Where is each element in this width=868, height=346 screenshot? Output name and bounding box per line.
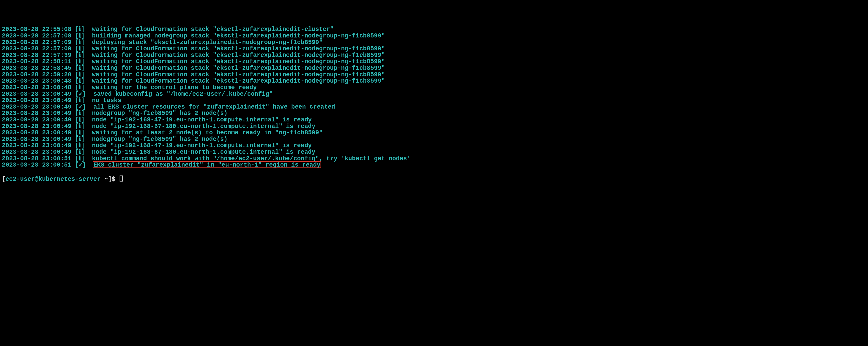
log-message: nodegroup "ng-f1cb8599" has 2 node(s) <box>92 110 228 117</box>
status-flag: [ℹ] <box>75 136 85 143</box>
log-message: waiting for the control plane to become … <box>92 84 257 91</box>
prompt-tail: ~]$ <box>101 176 119 182</box>
status-flag: [ℹ] <box>75 123 85 130</box>
log-line: 2023-08-28 22:55:08 [ℹ] waiting for Clou… <box>2 26 866 33</box>
log-message: node "ip-192-168-67-180.eu-north-1.compu… <box>92 149 315 155</box>
status-flag: [ℹ] <box>75 142 85 149</box>
timestamp: 2023-08-28 23:00:49 <box>2 123 71 130</box>
log-message: waiting for CloudFormation stack "eksctl… <box>92 45 385 52</box>
status-flag: [ℹ] <box>75 110 85 117</box>
timestamp: 2023-08-28 23:00:49 <box>2 110 71 117</box>
log-line: 2023-08-28 22:59:20 [ℹ] waiting for Clou… <box>2 72 866 78</box>
prompt-open: [ <box>2 176 5 182</box>
timestamp: 2023-08-28 22:58:45 <box>2 65 71 72</box>
log-line: 2023-08-28 22:57:09 [ℹ] deploying stack … <box>2 39 866 46</box>
prompt-host: kubernetes-server <box>38 176 101 182</box>
timestamp: 2023-08-28 22:57:08 <box>2 33 71 39</box>
log-line: 2023-08-28 22:57:08 [ℹ] building managed… <box>2 33 866 39</box>
prompt-user: ec2-user <box>5 176 35 182</box>
timestamp: 2023-08-28 23:00:49 <box>2 97 71 104</box>
log-message: waiting for at least 2 node(s) to become… <box>92 129 323 136</box>
log-message: node "ip-192-168-47-19.eu-north-1.comput… <box>92 116 312 123</box>
status-flag: [✔] <box>75 104 86 110</box>
log-line: 2023-08-28 23:00:51 [ℹ] kubectl command … <box>2 155 866 162</box>
status-flag: [ℹ] <box>75 65 85 72</box>
cursor-icon <box>120 176 123 182</box>
status-flag: [ℹ] <box>75 78 85 84</box>
log-message: EKS cluster "zufarexplainedit" in "eu-no… <box>93 162 320 168</box>
log-line: 2023-08-28 23:00:49 [ℹ] node "ip-192-168… <box>2 123 866 130</box>
log-line: 2023-08-28 23:00:49 [ℹ] node "ip-192-168… <box>2 117 866 123</box>
status-flag: [ℹ] <box>75 155 85 162</box>
terminal-output: 2023-08-28 22:55:08 [ℹ] waiting for Clou… <box>2 26 866 168</box>
prompt-at: @ <box>35 176 38 182</box>
timestamp: 2023-08-28 22:55:08 <box>2 26 71 33</box>
timestamp: 2023-08-28 23:00:51 <box>2 162 71 168</box>
status-flag: [ℹ] <box>75 33 85 39</box>
status-flag: [ℹ] <box>75 39 85 46</box>
log-message: waiting for CloudFormation stack "eksctl… <box>92 52 385 59</box>
timestamp: 2023-08-28 22:57:09 <box>2 45 71 52</box>
timestamp: 2023-08-28 23:00:49 <box>2 129 71 136</box>
log-message: node "ip-192-168-67-180.eu-north-1.compu… <box>92 123 315 130</box>
log-message: kubectl command should work with "/home/… <box>92 155 411 162</box>
status-flag: [ℹ] <box>75 26 85 33</box>
log-line: 2023-08-28 23:00:49 [ℹ] node "ip-192-168… <box>2 142 866 149</box>
log-message: waiting for CloudFormation stack "eksctl… <box>92 58 385 65</box>
log-message: waiting for CloudFormation stack "eksctl… <box>92 26 334 33</box>
log-line: 2023-08-28 23:00:49 [ℹ] waiting for at l… <box>2 130 866 136</box>
log-message: nodegroup "ng-f1cb8599" has 2 node(s) <box>92 136 228 143</box>
status-flag: [ℹ] <box>75 84 85 91</box>
timestamp: 2023-08-28 22:57:09 <box>2 39 71 46</box>
log-message: waiting for CloudFormation stack "eksctl… <box>92 71 385 78</box>
status-flag: [ℹ] <box>75 71 85 78</box>
log-line: 2023-08-28 23:00:51 [✔] EKS cluster "zuf… <box>2 162 866 168</box>
shell-prompt-line[interactable]: [ec2-user@kubernetes-server ~]$ <box>2 175 866 182</box>
log-line: 2023-08-28 23:00:48 [ℹ] waiting for Clou… <box>2 78 866 84</box>
log-message: building managed nodegroup stack "eksctl… <box>92 33 385 39</box>
status-flag: [ℹ] <box>75 149 85 155</box>
log-message: node "ip-192-168-47-19.eu-north-1.comput… <box>92 142 312 149</box>
status-flag: [✔] <box>75 162 86 168</box>
timestamp: 2023-08-28 23:00:49 <box>2 104 71 110</box>
log-line: 2023-08-28 23:00:49 [✔] saved kubeconfig… <box>2 91 866 98</box>
status-flag: [ℹ] <box>75 97 85 104</box>
timestamp: 2023-08-28 23:00:49 <box>2 91 71 98</box>
timestamp: 2023-08-28 23:00:48 <box>2 78 71 84</box>
log-line: 2023-08-28 23:00:49 [ℹ] no tasks <box>2 97 866 104</box>
log-line: 2023-08-28 23:00:48 [ℹ] waiting for the … <box>2 84 866 91</box>
timestamp: 2023-08-28 23:00:49 <box>2 149 71 155</box>
timestamp: 2023-08-28 22:58:11 <box>2 58 71 65</box>
timestamp: 2023-08-28 23:00:51 <box>2 155 71 162</box>
log-line: 2023-08-28 22:58:11 [ℹ] waiting for Clou… <box>2 59 866 65</box>
timestamp: 2023-08-28 23:00:49 <box>2 116 71 123</box>
timestamp: 2023-08-28 22:59:20 <box>2 71 71 78</box>
log-line: 2023-08-28 23:00:49 [✔] all EKS cluster … <box>2 104 866 110</box>
log-message: all EKS cluster resources for "zufarexpl… <box>93 104 335 110</box>
log-message: deploying stack "eksctl-zufarexplainedit… <box>92 39 323 46</box>
log-line: 2023-08-28 23:00:49 [ℹ] nodegroup "ng-f1… <box>2 110 866 117</box>
status-flag: [ℹ] <box>75 52 85 59</box>
status-flag: [ℹ] <box>75 129 85 136</box>
status-flag: [ℹ] <box>75 116 85 123</box>
log-message: no tasks <box>92 97 121 104</box>
status-flag: [✔] <box>75 91 86 98</box>
log-line: 2023-08-28 22:58:45 [ℹ] waiting for Clou… <box>2 65 866 72</box>
log-line: 2023-08-28 23:00:49 [ℹ] nodegroup "ng-f1… <box>2 136 866 143</box>
log-message: waiting for CloudFormation stack "eksctl… <box>92 65 385 72</box>
status-flag: [ℹ] <box>75 58 85 65</box>
timestamp: 2023-08-28 23:00:49 <box>2 142 71 149</box>
log-message: waiting for CloudFormation stack "eksctl… <box>92 78 385 84</box>
status-flag: [ℹ] <box>75 45 85 52</box>
log-line: 2023-08-28 22:57:39 [ℹ] waiting for Clou… <box>2 52 866 59</box>
log-message: saved kubeconfig as "/home/ec2-user/.kub… <box>93 91 273 98</box>
timestamp: 2023-08-28 23:00:48 <box>2 84 71 91</box>
timestamp: 2023-08-28 23:00:49 <box>2 136 71 143</box>
timestamp: 2023-08-28 22:57:39 <box>2 52 71 59</box>
log-line: 2023-08-28 23:00:49 [ℹ] node "ip-192-168… <box>2 149 866 155</box>
log-line: 2023-08-28 22:57:09 [ℹ] waiting for Clou… <box>2 45 866 52</box>
